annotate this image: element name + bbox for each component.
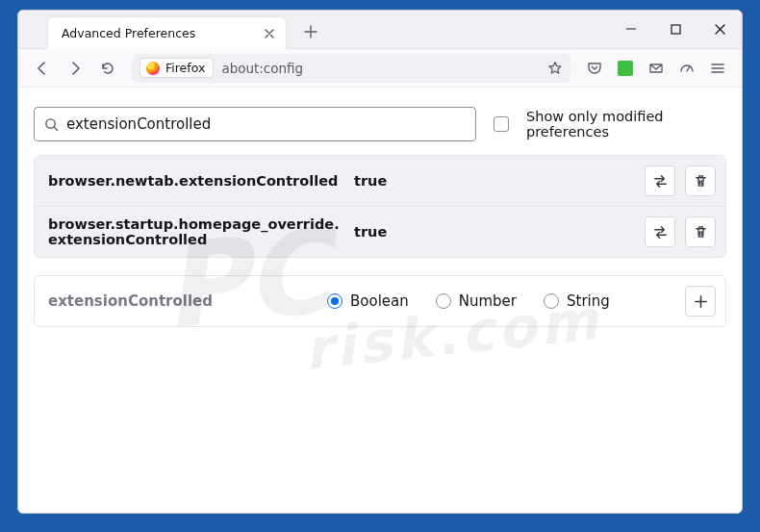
close-window-button[interactable] — [697, 10, 742, 48]
trash-icon — [694, 225, 708, 240]
pref-name: browser.startup.homepage_override.extens… — [48, 216, 344, 247]
plus-icon — [694, 294, 708, 309]
add-button[interactable] — [685, 286, 716, 317]
swap-icon — [652, 224, 669, 241]
window-controls — [609, 10, 742, 48]
hamburger-menu-icon — [710, 61, 725, 76]
radio-icon — [544, 293, 559, 309]
toolbar-right-icons — [580, 54, 732, 83]
radio-label: Number — [459, 292, 517, 310]
radio-boolean[interactable]: Boolean — [327, 292, 409, 310]
new-pref-name: extensionControlled — [48, 292, 317, 310]
bookmark-button[interactable] — [547, 61, 563, 76]
close-window-icon — [714, 23, 726, 36]
minimize-icon — [625, 23, 637, 35]
pref-value: true — [354, 224, 387, 240]
tab-title: Advanced Preferences — [62, 26, 195, 40]
toolbar: Firefox about:config — [18, 49, 742, 88]
close-icon[interactable] — [263, 27, 276, 40]
new-tab-button[interactable] — [296, 17, 325, 46]
identity-label: Firefox — [165, 61, 205, 75]
toggle-button[interactable] — [645, 216, 675, 247]
show-modified-checkbox[interactable] — [494, 116, 509, 132]
back-button[interactable] — [28, 54, 57, 83]
reload-icon — [100, 61, 115, 76]
swap-icon — [652, 173, 669, 190]
search-value: extensionControlled — [66, 115, 211, 133]
trash-icon — [694, 174, 708, 189]
pref-value: true — [354, 173, 387, 189]
radio-icon — [436, 293, 451, 309]
back-icon — [35, 61, 50, 76]
type-radio-group: Boolean Number String — [327, 292, 610, 310]
mail-icon — [648, 61, 664, 76]
delete-button[interactable] — [685, 165, 716, 196]
plus-icon — [304, 25, 317, 38]
firefox-logo-icon — [146, 62, 160, 75]
url-bar[interactable]: Firefox about:config — [132, 54, 570, 83]
radio-label: Boolean — [350, 292, 409, 310]
extension-button[interactable] — [611, 54, 640, 83]
toggle-button[interactable] — [645, 165, 675, 196]
menu-button[interactable] — [703, 54, 732, 83]
radio-icon — [327, 293, 342, 309]
dashboard-button[interactable] — [672, 54, 701, 83]
bookmark-star-icon — [547, 61, 563, 76]
minimize-button[interactable] — [609, 10, 653, 48]
site-identity[interactable]: Firefox — [139, 58, 214, 78]
browser-tab[interactable]: Advanced Preferences — [47, 16, 287, 49]
url-text: about:config — [221, 61, 303, 76]
radio-string[interactable]: String — [544, 292, 610, 310]
svg-rect-0 — [671, 25, 680, 34]
search-input[interactable]: extensionControlled — [34, 107, 476, 141]
dashboard-icon — [679, 61, 695, 76]
search-row: extensionControlled Show only modified p… — [34, 107, 726, 141]
browser-window: Advanced Preferences — [17, 10, 743, 514]
delete-button[interactable] — [685, 216, 716, 247]
forward-icon — [67, 61, 83, 76]
mail-button[interactable] — [642, 54, 671, 83]
pocket-icon — [587, 61, 602, 76]
forward-button[interactable] — [61, 54, 89, 83]
pref-row[interactable]: browser.startup.homepage_override.extens… — [35, 206, 725, 257]
radio-number[interactable]: Number — [436, 292, 517, 310]
search-icon — [44, 117, 59, 132]
maximize-icon — [671, 24, 681, 35]
radio-label: String — [567, 292, 610, 310]
show-modified-label: Show only modified preferences — [526, 109, 726, 139]
new-pref-row: extensionControlled Boolean Number Strin… — [34, 275, 726, 327]
reload-button[interactable] — [93, 54, 122, 83]
pocket-button[interactable] — [580, 54, 609, 83]
titlebar: Advanced Preferences — [18, 11, 742, 49]
maximize-button[interactable] — [653, 10, 697, 48]
extension-icon — [618, 61, 633, 76]
pref-row[interactable]: browser.newtab.extensionControlled true — [35, 156, 725, 206]
about-config-content: extensionControlled Show only modified p… — [18, 88, 742, 513]
preferences-list: browser.newtab.extensionControlled true … — [34, 155, 726, 258]
pref-name: browser.newtab.extensionControlled — [48, 173, 344, 189]
